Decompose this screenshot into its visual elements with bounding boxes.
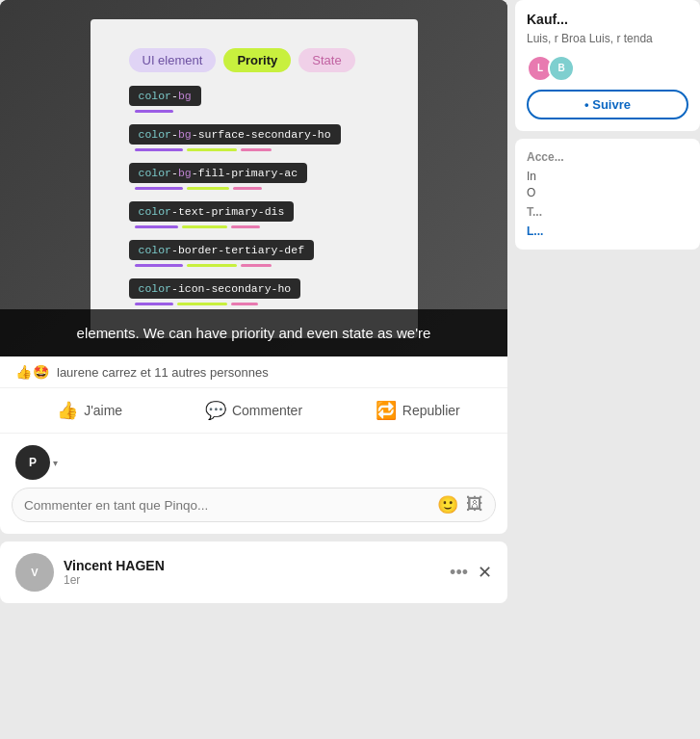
token-label-3: color-bg-fill-primary-ac bbox=[129, 163, 308, 183]
author-avatar: P bbox=[15, 445, 50, 480]
underline-seg bbox=[135, 303, 173, 305]
second-post-user-info: Vincent HAGEN 1er bbox=[64, 558, 440, 587]
avatar-dropdown[interactable]: P ▾ bbox=[15, 445, 58, 480]
comment-label: Commenter bbox=[232, 403, 302, 418]
underline-seg bbox=[135, 148, 183, 151]
comment-input-icons: 🙂 🖼 bbox=[437, 494, 483, 515]
more-options-icon[interactable]: ••• bbox=[450, 563, 468, 583]
underline-seg bbox=[241, 264, 272, 267]
bottom-actions: ••• ✕ bbox=[450, 562, 492, 583]
media-inner: UI element Prority State color-bg bbox=[0, 0, 507, 356]
token-row-5: color-border-tertiary-def bbox=[129, 240, 315, 267]
second-post-card: V Vincent HAGEN 1er ••• ✕ bbox=[0, 541, 507, 603]
underline-seg bbox=[135, 225, 178, 228]
second-post-avatar-initial: V bbox=[31, 567, 38, 578]
token-underlines-4 bbox=[129, 225, 295, 228]
token-row-6: color-icon-secondary-ho bbox=[129, 278, 301, 305]
image-icon[interactable]: 🖼 bbox=[466, 494, 483, 515]
underline-seg bbox=[187, 187, 229, 190]
token-underlines-6 bbox=[129, 303, 301, 305]
reaction-emoji-1: 👍 bbox=[15, 364, 32, 380]
token-label-5: color-border-tertiary-def bbox=[129, 240, 315, 260]
like-label: J'aime bbox=[84, 403, 122, 418]
sidebar-user-desc: Luis, r Broa Luis, r tenda bbox=[527, 31, 688, 47]
second-post-time: 1er bbox=[64, 573, 440, 587]
mini-avatar-2: B bbox=[548, 55, 575, 82]
underline-seg bbox=[135, 110, 173, 113]
emoji-icon[interactable]: 🙂 bbox=[437, 494, 458, 515]
token-underlines-2 bbox=[129, 148, 341, 151]
second-post-avatar: V bbox=[15, 553, 54, 592]
right-sidebar: Kauf... Luis, r Broa Luis, r tenda L B •… bbox=[507, 0, 700, 739]
like-button[interactable]: 👍 J'aime bbox=[8, 392, 171, 429]
post-media: UI element Prority State color-bg bbox=[0, 0, 507, 356]
sidebar-user-name: Kauf... bbox=[527, 12, 688, 27]
underline-seg bbox=[182, 225, 227, 228]
tag-ui-element: UI element bbox=[129, 48, 217, 72]
underline-seg bbox=[187, 264, 237, 267]
reaction-emojis: 👍 🤩 bbox=[15, 364, 49, 380]
sidebar-user-card: Kauf... Luis, r Broa Luis, r tenda L B •… bbox=[515, 0, 700, 131]
reactions-text: laurene carrez et 11 autres personnes bbox=[57, 365, 269, 380]
token-label-4: color-text-primary-dis bbox=[129, 201, 295, 222]
token-underlines-3 bbox=[129, 187, 308, 190]
underline-seg bbox=[233, 187, 262, 190]
token-label-1: color-bg bbox=[129, 86, 201, 106]
follow-button[interactable]: • Suivre bbox=[527, 90, 688, 119]
underline-seg bbox=[231, 303, 258, 305]
main-feed: UI element Prority State color-bg bbox=[0, 0, 507, 739]
repost-icon: 🔁 bbox=[376, 400, 397, 421]
sidebar-item-1: In bbox=[527, 170, 688, 183]
tag-state: State bbox=[298, 48, 354, 72]
close-icon[interactable]: ✕ bbox=[478, 562, 492, 583]
underline-seg bbox=[231, 225, 260, 228]
sidebar-section-title-2: T... bbox=[527, 205, 688, 219]
token-row-2: color-bg-surface-secondary-ho bbox=[129, 124, 341, 151]
tag-row: UI element Prority State bbox=[129, 48, 355, 72]
subtitle-text: elements. We can have priority and even … bbox=[77, 325, 431, 341]
second-post-username: Vincent HAGEN bbox=[64, 558, 440, 573]
sidebar-avatars: L B bbox=[527, 55, 688, 82]
action-buttons: 👍 J'aime 💬 Commenter 🔁 Republier bbox=[0, 387, 507, 434]
underline-seg bbox=[177, 303, 227, 305]
underline-seg bbox=[241, 148, 272, 151]
repost-button[interactable]: 🔁 Republier bbox=[336, 392, 500, 429]
underline-seg bbox=[187, 148, 237, 151]
tag-priority: Prority bbox=[223, 48, 291, 72]
reactions-row: 👍 🤩 laurene carrez et 11 autres personne… bbox=[0, 356, 507, 383]
author-initials: P bbox=[29, 456, 37, 469]
token-row-1: color-bg bbox=[129, 86, 201, 113]
sidebar-access-card: Acce... In O T... L... bbox=[515, 139, 700, 250]
sidebar-link[interactable]: L... bbox=[527, 224, 688, 238]
repost-label: Republier bbox=[402, 403, 460, 418]
token-row-4: color-text-primary-dis bbox=[129, 201, 295, 228]
subtitle-overlay: elements. We can have priority and even … bbox=[0, 309, 507, 356]
comment-input-row[interactable]: 🙂 🖼 bbox=[12, 488, 496, 522]
reaction-emoji-2: 🤩 bbox=[33, 364, 49, 380]
token-underlines-5 bbox=[129, 264, 315, 267]
post-card: UI element Prority State color-bg bbox=[0, 0, 507, 534]
author-area: P ▾ bbox=[0, 437, 507, 484]
token-label-6: color-icon-secondary-ho bbox=[129, 278, 301, 299]
sidebar-section-title: Acce... bbox=[527, 150, 688, 164]
underline-seg bbox=[135, 264, 183, 267]
token-label-2: color-bg-surface-secondary-ho bbox=[129, 124, 341, 145]
media-content-area: UI element Prority State color-bg bbox=[91, 19, 418, 338]
token-row-3: color-bg-fill-primary-ac bbox=[129, 163, 308, 190]
like-icon: 👍 bbox=[57, 400, 78, 421]
comment-button[interactable]: 💬 Commenter bbox=[171, 392, 335, 429]
chevron-down-icon: ▾ bbox=[53, 458, 58, 468]
underline-seg bbox=[135, 187, 183, 190]
sidebar-item-2: O bbox=[527, 186, 688, 199]
follow-label: • Suivre bbox=[584, 97, 631, 112]
token-underlines-1 bbox=[129, 110, 201, 113]
comment-input[interactable] bbox=[24, 498, 429, 513]
comment-icon: 💬 bbox=[205, 400, 226, 421]
